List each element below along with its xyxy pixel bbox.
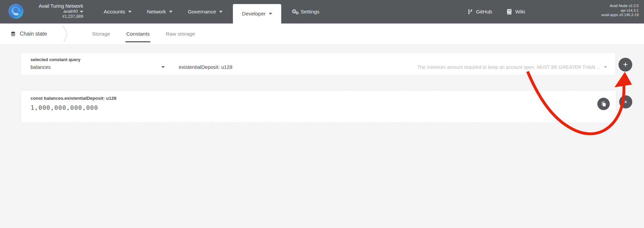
gear-icon: ⚙⚙ bbox=[292, 9, 298, 15]
best-block-number: #1,237,889 bbox=[27, 14, 83, 19]
add-query-button[interactable]: + bbox=[618, 58, 632, 72]
apps-version: avail-apps v0.145.2-19 bbox=[601, 13, 639, 17]
nav-item-accounts[interactable]: Accounts bbox=[96, 0, 139, 24]
tab-label: Raw storage bbox=[166, 31, 195, 37]
chevron-down-icon bbox=[80, 11, 83, 13]
plus-icon: + bbox=[623, 60, 628, 69]
nav-label: Accounts bbox=[104, 9, 125, 15]
external-links: GitHub Wiki bbox=[460, 0, 533, 24]
nav-item-settings[interactable]: ⚙⚙ Settings bbox=[284, 0, 327, 24]
link-label: Wiki bbox=[515, 9, 525, 15]
book-icon bbox=[507, 9, 512, 14]
module-value: balances bbox=[31, 64, 51, 70]
constant-result-row: const balances.existentialDeposit: u128 … bbox=[21, 90, 632, 123]
node-version: Avail Node v2.2.0 bbox=[601, 4, 639, 8]
nav-label: Developer bbox=[242, 11, 266, 17]
network-selector[interactable]: Avail Turing Network avail/40 #1,237,889 bbox=[8, 3, 83, 19]
network-name: Avail Turing Network bbox=[27, 3, 83, 9]
result-title: const balances.existentialDeposit: u128 bbox=[31, 96, 592, 101]
database-icon bbox=[10, 31, 16, 37]
method-description: The minimum amount required to keep an a… bbox=[417, 64, 600, 70]
chevron-down-icon bbox=[604, 66, 607, 68]
api-version: api v14.3.1 bbox=[601, 8, 639, 13]
top-header: Avail Turing Network avail/40 #1,237,889… bbox=[0, 0, 644, 24]
nav-label: Governance bbox=[188, 9, 216, 15]
constant-query-card: selected constant query balances existen… bbox=[21, 53, 615, 75]
tab-constants[interactable]: Constants bbox=[118, 24, 158, 44]
chain-spec-label: avail/40 bbox=[63, 9, 78, 14]
main-content: selected constant query balances existen… bbox=[0, 44, 644, 228]
close-result-button[interactable]: × bbox=[619, 95, 632, 108]
main-nav: Accounts Network Governance Developer ⚙⚙… bbox=[96, 0, 327, 24]
query-label: selected constant query bbox=[31, 57, 607, 62]
link-label: GitHub bbox=[476, 9, 492, 15]
wiki-link[interactable]: Wiki bbox=[499, 0, 532, 24]
tab-label: Constants bbox=[126, 31, 150, 37]
github-link[interactable]: GitHub bbox=[460, 0, 499, 24]
section-chain-state[interactable]: Chain state bbox=[10, 24, 47, 44]
section-title: Chain state bbox=[20, 31, 47, 37]
nav-item-network[interactable]: Network bbox=[139, 0, 180, 24]
git-branch-icon bbox=[467, 9, 473, 14]
tab-storage[interactable]: Storage bbox=[84, 24, 118, 44]
method-dropdown[interactable]: existentialDeposit: u128 The minimum amo… bbox=[179, 64, 607, 70]
tabs: Storage Constants Raw storage bbox=[84, 24, 203, 44]
close-icon: × bbox=[624, 99, 628, 105]
copy-button[interactable] bbox=[597, 98, 610, 110]
method-value: existentialDeposit: u128 bbox=[179, 64, 232, 70]
nav-item-governance[interactable]: Governance bbox=[180, 0, 230, 24]
result-value: 1,000,000,000,000 bbox=[31, 104, 592, 111]
chevron-down-icon bbox=[219, 11, 222, 13]
nav-item-developer[interactable]: Developer bbox=[233, 4, 281, 24]
nav-label: Settings bbox=[301, 9, 319, 15]
chevron-down-icon bbox=[161, 66, 165, 68]
tab-raw-storage[interactable]: Raw storage bbox=[158, 24, 203, 44]
nav-label: Network bbox=[147, 9, 166, 15]
version-info: Avail Node v2.2.0 api v14.3.1 avail-apps… bbox=[601, 4, 639, 17]
page-tabbar: Chain state Storage Constants Raw storag… bbox=[0, 24, 644, 44]
copy-icon bbox=[601, 101, 606, 107]
breadcrumb-separator bbox=[62, 25, 68, 43]
constant-query-row: selected constant query balances existen… bbox=[21, 53, 632, 75]
chevron-down-icon bbox=[269, 13, 272, 15]
module-dropdown[interactable]: balances bbox=[31, 64, 165, 70]
chevron-down-icon bbox=[169, 11, 172, 13]
avail-logo-icon bbox=[8, 3, 24, 19]
network-info: Avail Turing Network avail/40 #1,237,889 bbox=[27, 3, 83, 19]
constant-result-card: const balances.existentialDeposit: u128 … bbox=[21, 90, 616, 123]
chevron-down-icon bbox=[128, 11, 132, 13]
tab-label: Storage bbox=[92, 31, 110, 37]
